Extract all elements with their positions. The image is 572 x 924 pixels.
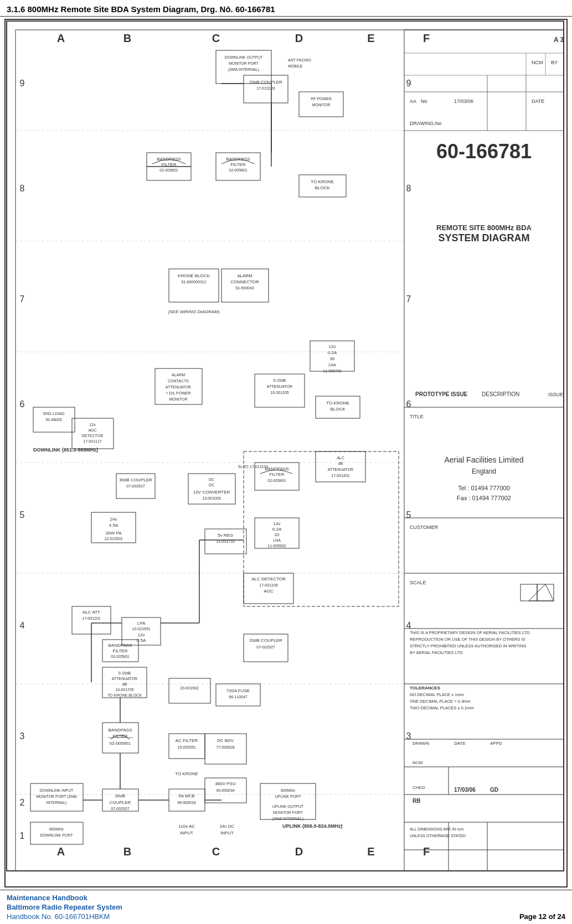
svg-text:REMOTE SITE 800MHz BDA: REMOTE SITE 800MHz BDA: [436, 224, 532, 232]
svg-text:77-500028: 77-500028: [216, 745, 235, 749]
svg-text:MONITOR PORT: MONITOR PORT: [229, 61, 259, 65]
svg-text:9: 9: [406, 79, 411, 88]
footer-line3: Handbook No. 60-166701HBKM: [7, 912, 122, 921]
svg-text:NO DECIMAL PLACE ± 1mm: NO DECIMAL PLACE ± 1mm: [410, 692, 464, 697]
svg-text:02-005801: 02-005801: [159, 168, 178, 172]
svg-text:ALARM: ALARM: [237, 273, 252, 278]
svg-text:DOWNLINK (851.0-869MHz): DOWNLINK (851.0-869MHz): [33, 447, 98, 453]
svg-text:17/03/06: 17/03/06: [454, 787, 476, 793]
svg-text:F: F: [423, 845, 430, 858]
svg-text:DC: DC: [209, 477, 214, 481]
svg-text:20W PA: 20W PA: [106, 531, 122, 536]
svg-text:BY: BY: [551, 60, 558, 65]
svg-text:A: A: [57, 32, 65, 44]
svg-text:30: 30: [330, 356, 335, 361]
svg-text:TWO DECIMAL PLACES ± 0.1mm: TWO DECIMAL PLACES ± 0.1mm: [410, 705, 474, 710]
svg-text:BANDPASS: BANDPASS: [109, 728, 132, 733]
svg-text:4: 4: [20, 621, 25, 630]
svg-text:480V PSU: 480V PSU: [215, 781, 236, 786]
svg-text:dB: dB: [122, 682, 127, 686]
svg-text:F: F: [423, 32, 430, 44]
svg-text:8: 8: [20, 184, 25, 193]
svg-text:CONTACTS: CONTACTS: [168, 379, 189, 383]
svg-text:BANDPASS: BANDPASS: [109, 643, 132, 648]
svg-text:13-001003: 13-001003: [202, 496, 221, 500]
svg-text:RB: RB: [413, 798, 420, 804]
diagram-area: A B C D E F A B C D E F 9 8 7 6 5 4 3 2 …: [4, 19, 568, 887]
svg-text:20dB: 20dB: [115, 793, 126, 798]
svg-text:A 3: A 3: [554, 36, 564, 44]
svg-text:17-013103: 17-013103: [256, 86, 275, 90]
svg-text:Tel : 01494  777000: Tel : 01494 777000: [458, 485, 510, 491]
svg-text:AC FILTER: AC FILTER: [176, 738, 198, 743]
svg-text:DRAWN: DRAWN: [413, 741, 429, 746]
svg-text:10-301205: 10-301205: [270, 391, 289, 394]
svg-text:T20A FUSE: T20A FUSE: [226, 688, 250, 693]
svg-text:Fax : 01494  777002: Fax : 01494 777002: [457, 495, 511, 501]
svg-text:0-15dB: 0-15dB: [274, 378, 286, 382]
svg-text:D: D: [295, 32, 303, 44]
svg-text:17-001201: 17-001201: [331, 474, 350, 477]
svg-text:TITLE: TITLE: [410, 414, 424, 419]
svg-text:England: England: [472, 468, 496, 475]
svg-text:FILTER: FILTER: [270, 472, 285, 477]
svg-text:0.5A: 0.5A: [137, 638, 146, 643]
svg-text:15-005351: 15-005351: [177, 745, 196, 749]
svg-text:5v REG: 5v REG: [218, 533, 233, 538]
svg-text:12V CONVERTER: 12V CONVERTER: [193, 490, 230, 495]
svg-text:LPA: LPA: [137, 621, 146, 626]
svg-text:0.2A: 0.2A: [272, 527, 282, 532]
svg-text:7: 7: [20, 294, 25, 304]
svg-text:DC: DC: [209, 483, 214, 487]
svg-text:5: 5: [20, 510, 25, 520]
svg-text:SYSTEM DIAGRAM: SYSTEM DIAGRAM: [438, 232, 529, 243]
svg-text:20: 20: [275, 532, 280, 537]
svg-text:93-46005: 93-46005: [45, 418, 62, 422]
diagram-svg: A B C D E F A B C D E F 9 8 7 6 5 4 3 2 …: [6, 20, 565, 872]
svg-text:3: 3: [20, 731, 25, 741]
svg-text:11-005902: 11-005902: [267, 544, 286, 548]
footer-line1: Maintenance Handbook: [7, 894, 122, 902]
svg-text:91-500043: 91-500043: [235, 286, 254, 290]
svg-text:FILTER: FILTER: [231, 162, 246, 167]
page-container: 3.1.6 800MHz Remote Site BDA System Diag…: [0, 0, 572, 924]
svg-rect-249: [169, 678, 210, 703]
svg-text:DRAWING.No: DRAWING.No: [410, 121, 441, 126]
svg-text:12-023301: 12-023301: [104, 537, 123, 541]
svg-text:30dB COUPLER: 30dB COUPLER: [119, 477, 152, 482]
svg-text:APPD: APPD: [490, 741, 502, 746]
svg-text:INTERNAL): INTERNAL): [47, 801, 67, 805]
svg-text:CHKD: CHKD: [413, 785, 425, 790]
svg-text:dB: dB: [338, 461, 343, 465]
svg-text:DOWNLINK OUTPUT: DOWNLINK OUTPUT: [225, 55, 263, 59]
svg-text:A: A: [57, 845, 65, 858]
svg-text:ATTENUATOR: ATTENUATOR: [112, 677, 137, 681]
svg-text:12v: 12v: [89, 423, 96, 427]
svg-text:UNLESS OTHERWISE STATED: UNLESS OTHERWISE STATED: [410, 834, 466, 838]
svg-text:DOWNLINK INPUT: DOWNLINK INPUT: [40, 788, 74, 792]
svg-text:17-001117: 17-001117: [83, 439, 102, 443]
svg-text:24v: 24v: [110, 517, 117, 522]
svg-text:02-005801: 02-005801: [229, 168, 248, 172]
svg-text:KRONE BLOCK: KRONE BLOCK: [178, 273, 210, 278]
svg-text:(SMA INTERNAL): (SMA INTERNAL): [272, 817, 303, 821]
svg-text:INPUT: INPUT: [180, 830, 193, 835]
svg-text:8: 8: [406, 184, 411, 193]
svg-text:11-000702: 11-000702: [323, 369, 342, 373]
svg-text:DC BDV: DC BDV: [217, 738, 234, 743]
svg-text:SCALE: SCALE: [410, 580, 426, 585]
svg-text:20dB COUPLER: 20dB COUPLER: [249, 80, 282, 85]
svg-text:STRICTLY PROHIBITED UNLESS AUT: STRICTLY PROHIBITED UNLESS AUTHORISED IN…: [410, 643, 527, 648]
svg-text:17-001109: 17-001109: [259, 583, 278, 587]
svg-text:TOLERANCES: TOLERANCES: [410, 686, 441, 691]
svg-text:5v TO 17-013103: 5v TO 17-013103: [238, 465, 268, 469]
svg-text:AA: AA: [410, 98, 416, 104]
svg-text:LNA: LNA: [273, 538, 281, 542]
svg-text:No: No: [421, 98, 427, 104]
svg-text:CONNECTOR: CONNECTOR: [230, 279, 259, 284]
svg-text:12v: 12v: [138, 632, 145, 637]
svg-text:Aerial Facilities Limited: Aerial Facilities Limited: [444, 455, 523, 464]
svg-text:50Ω LOAD: 50Ω LOAD: [43, 411, 65, 416]
svg-text:(SMA INTERNAL): (SMA INTERNAL): [228, 68, 259, 72]
svg-text:AGC: AGC: [264, 589, 274, 594]
